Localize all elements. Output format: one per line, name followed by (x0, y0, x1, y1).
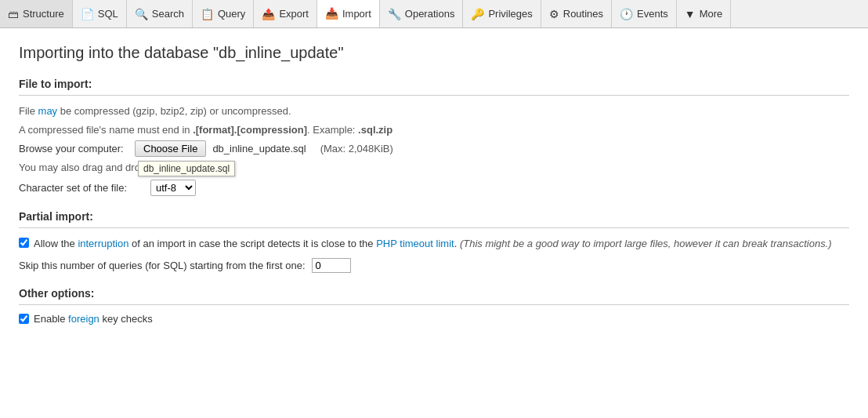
interruption-text: Allow the interruption of an import in c… (34, 236, 832, 252)
section-divider-1 (19, 95, 849, 96)
nav-events[interactable]: 🕐 Events (612, 0, 677, 27)
foreign-key-link[interactable]: foreign (68, 313, 99, 325)
interruption-checkbox[interactable] (19, 238, 29, 248)
nav-more-label: More (700, 8, 723, 20)
interruption-checkbox-row: Allow the interruption of an import in c… (19, 236, 849, 252)
php-timeout-link[interactable]: PHP timeout limit (376, 238, 454, 249)
nav-sql[interactable]: 📄 SQL (73, 0, 127, 27)
nav-privileges[interactable]: 🔑 Privileges (463, 0, 541, 27)
nav-query-label: Query (218, 8, 245, 20)
nav-operations-label: Operations (405, 8, 455, 20)
privileges-icon: 🔑 (471, 8, 484, 20)
nav-operations[interactable]: 🔧 Operations (380, 0, 464, 27)
file-to-import-title: File to import: (19, 78, 849, 90)
file-info-line2: A compressed file's name must end in .[f… (19, 122, 849, 138)
partial-import-title: Partial import: (19, 210, 849, 223)
import-icon: 📥 (325, 7, 338, 20)
section-divider-2 (19, 227, 849, 228)
choose-file-button[interactable]: Choose File (135, 140, 206, 157)
foreign-key-checkbox[interactable] (19, 314, 29, 324)
skip-queries-row: Skip this number of queries (for SQL) st… (19, 258, 849, 273)
nav-sql-label: SQL (98, 8, 118, 20)
nav-structure[interactable]: 🗃 Structure (0, 0, 73, 27)
query-icon: 📋 (201, 8, 214, 20)
interruption-link[interactable]: interruption (78, 238, 128, 249)
skip-queries-input[interactable] (312, 258, 351, 273)
other-options-title: Other options: (19, 287, 849, 300)
nav-query[interactable]: 📋 Query (193, 0, 254, 27)
browse-row: Browse your computer: Choose File db_inl… (19, 140, 849, 157)
sql-icon: 📄 (81, 8, 94, 20)
search-icon: 🔍 (135, 8, 148, 20)
file-info-line1: File may be compressed (gzip, bzip2, zip… (19, 104, 849, 119)
nav-privileges-label: Privileges (488, 8, 532, 20)
browse-label: Browse your computer: (19, 143, 128, 154)
partial-import-section: Partial import: Allow the interruption o… (19, 210, 849, 273)
max-size-label: (Max: 2,048KiB) (320, 143, 393, 154)
foreign-key-text: Enable foreign key checks (34, 313, 153, 325)
structure-icon: 🗃 (8, 8, 19, 20)
top-nav: 🗃 Structure 📄 SQL 🔍 Search 📋 Query 📤 Exp… (0, 0, 868, 28)
file-to-import-section: File to import: File may be compressed (… (19, 78, 849, 196)
other-options-section: Other options: Enable foreign key checks (19, 287, 849, 325)
file-tooltip: db_inline_update.sql (138, 161, 235, 176)
events-icon: 🕐 (620, 8, 633, 20)
export-icon: 📤 (262, 8, 275, 20)
section-divider-3 (19, 304, 849, 305)
charset-label: Character set of the file: (19, 182, 144, 194)
routines-icon: ⚙ (549, 8, 559, 20)
nav-events-label: Events (637, 8, 668, 20)
main-content: Importing into the database "db_inline_u… (0, 28, 868, 348)
charset-row: Character set of the file: utf-8 latin1 … (19, 180, 849, 196)
skip-queries-label: Skip this number of queries (for SQL) st… (19, 260, 306, 271)
nav-export-label: Export (279, 8, 309, 20)
operations-icon: 🔧 (388, 8, 401, 20)
more-icon: ▼ (685, 8, 696, 20)
nav-routines[interactable]: ⚙ Routines (541, 0, 612, 27)
foreign-key-row: Enable foreign key checks (19, 313, 849, 325)
nav-structure-label: Structure (23, 8, 64, 20)
nav-import-label: Import (342, 8, 371, 20)
nav-search[interactable]: 🔍 Search (127, 0, 193, 27)
charset-select[interactable]: utf-8 latin1 utf16 (150, 180, 196, 196)
nav-search-label: Search (152, 8, 184, 20)
nav-export[interactable]: 📤 Export (254, 0, 317, 27)
nav-routines-label: Routines (563, 8, 603, 20)
may-link[interactable]: may (38, 105, 58, 117)
nav-import[interactable]: 📥 Import (317, 0, 380, 27)
nav-more[interactable]: ▼ More (677, 0, 731, 27)
file-name-display: db_inline_update.sql (212, 143, 306, 154)
page-title: Importing into the database "db_inline_u… (19, 44, 849, 62)
